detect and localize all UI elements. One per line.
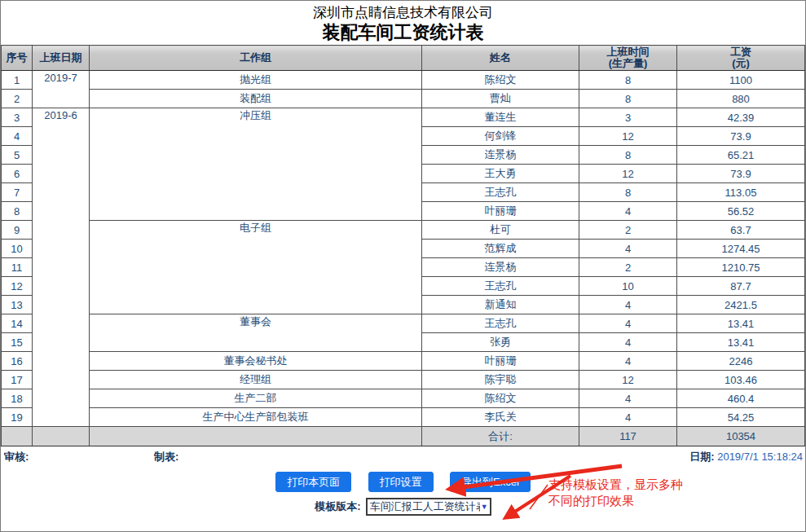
cell-wage: 13.41 [677,314,805,333]
cell-wage: 56.52 [677,202,805,221]
cell-wage: 2246 [677,352,805,371]
cell-name: 王大勇 [422,165,579,183]
template-version-selected-value: 车间汇报工人工资统计表 [368,499,480,514]
table-row: 14 董事会 王志孔 4 13.41 [2,314,805,333]
cell-hours: 12 [579,127,677,146]
cell-name: 何剑锋 [422,127,579,146]
cell-hours: 4 [579,240,677,258]
cell-no: 18 [2,389,33,408]
print-settings-button[interactable]: 打印设置 [368,472,434,492]
col-header-hours: 上班时间 (生产量) [579,46,677,71]
cell-name: 连景杨 [422,146,579,165]
cell-hours: 4 [579,408,677,427]
cell-wage: 13.41 [677,333,805,352]
cell-group: 董事会秘书处 [90,352,422,371]
cell-wage: 1100 [677,71,805,90]
cell-name: 范辉成 [422,240,579,258]
template-version-select[interactable]: 车间汇报工人工资统计表▼ [366,498,491,516]
cell-group: 电子组 [90,221,422,314]
cell-group: 生产中心生产部包装班 [90,408,422,427]
cell-hours: 12 [579,371,677,389]
col-header-hours-line1: 上班时间 [581,46,675,58]
toolbar: 打印本页面 打印设置 导出到Excel [1,472,805,492]
table-row: 9 电子组 杜可 2 63.7 [2,221,805,240]
cell-name: 叶丽珊 [422,202,579,221]
company-name: 深圳市点睛信息技术有限公司 [1,4,805,21]
print-page-button[interactable]: 打印本页面 [275,472,351,492]
col-header-wage-line2: (元) [679,58,803,69]
cell-no: 6 [2,165,33,183]
col-header-wage: 工资 (元) [677,46,805,71]
table-row: 3 2019-6 冲压组 董连生 3 42.39 [2,108,805,127]
cell-name: 新通知 [422,296,579,314]
cell-no: 8 [2,202,33,221]
total-wage: 10354 [677,427,805,446]
wage-table: 序号 上班日期 工作组 姓名 上班时间 (生产量) 工资 (元) 1 2019-… [1,45,805,446]
total-empty-date [33,427,90,446]
date-value: 2019/7/1 15:18:24 [717,451,803,463]
cell-no: 1 [2,71,33,90]
cell-group: 董事会 [90,314,422,352]
cell-name: 杜可 [422,221,579,240]
chevron-down-icon: ▼ [481,503,488,511]
cell-name: 连景杨 [422,258,579,277]
cell-name: 王志孔 [422,314,579,333]
cell-name: 张勇 [422,333,579,352]
cell-hours: 4 [579,202,677,221]
cell-hours: 8 [579,146,677,165]
workshop-wage-report-page: 深圳市点睛信息技术有限公司 装配车间工资统计表 序号 上班日期 工作组 姓名 上… [0,0,806,532]
cell-hours: 8 [579,90,677,108]
cell-name: 陈宇聪 [422,371,579,389]
cell-group: 冲压组 [90,108,422,221]
cell-hours: 8 [579,71,677,90]
cell-wage: 1274.45 [677,240,805,258]
export-excel-button[interactable]: 导出到Excel [450,472,531,492]
cell-hours: 12 [579,165,677,183]
cell-no: 10 [2,240,33,258]
cell-wage: 42.39 [677,108,805,127]
cell-group: 经理组 [90,371,422,389]
cell-wage: 880 [677,90,805,108]
table-row: 16 董事会秘书处 叶丽珊 4 2246 [2,352,805,371]
cell-hours: 3 [579,108,677,127]
total-empty-group [90,427,422,446]
cell-no: 19 [2,408,33,427]
col-header-hours-line2: (生产量) [581,58,675,69]
cell-name: 曹灿 [422,90,579,108]
cell-no: 13 [2,296,33,314]
tabulate-label: 制表: [154,450,178,464]
col-header-no: 序号 [2,46,33,71]
total-empty-no [2,427,33,446]
signature-row: 审核: 制表: 日期: 2019/7/1 15:18:24 [1,447,805,465]
cell-name: 陈绍文 [422,389,579,408]
annotation-note: 支持模板设置，显示多种 不同的打印效果 [548,477,683,509]
cell-wage: 103.46 [677,371,805,389]
cell-name: 陈绍文 [422,71,579,90]
cell-no: 3 [2,108,33,127]
total-label: 合计: [422,427,579,446]
cell-name: 李氏关 [422,408,579,427]
cell-group: 生产二部 [90,389,422,408]
cell-wage: 113.05 [677,183,805,202]
annotation-line2: 不同的打印效果 [548,493,683,509]
cell-hours: 8 [579,183,677,202]
table-row: 17 经理组 陈宇聪 12 103.46 [2,371,805,389]
cell-group: 装配组 [90,90,422,108]
cell-date: 2019-7 [33,71,90,108]
cell-no: 17 [2,371,33,389]
report-title-block: 深圳市点睛信息技术有限公司 装配车间工资统计表 [1,1,805,43]
cell-no: 4 [2,127,33,146]
template-version-label: 模板版本: [315,500,360,512]
cell-wage: 73.9 [677,165,805,183]
col-header-name: 姓名 [422,46,579,71]
cell-hours: 4 [579,333,677,352]
cell-no: 16 [2,352,33,371]
cell-wage: 1210.75 [677,258,805,277]
cell-no: 14 [2,314,33,333]
cell-no: 5 [2,146,33,165]
cell-hours: 4 [579,389,677,408]
annotation-line1: 支持模板设置，显示多种 [548,477,683,493]
col-header-date: 上班日期 [33,46,90,71]
table-row: 1 2019-7 抛光组 陈绍文 8 1100 [2,71,805,90]
table-header-row: 序号 上班日期 工作组 姓名 上班时间 (生产量) 工资 (元) [2,46,805,71]
